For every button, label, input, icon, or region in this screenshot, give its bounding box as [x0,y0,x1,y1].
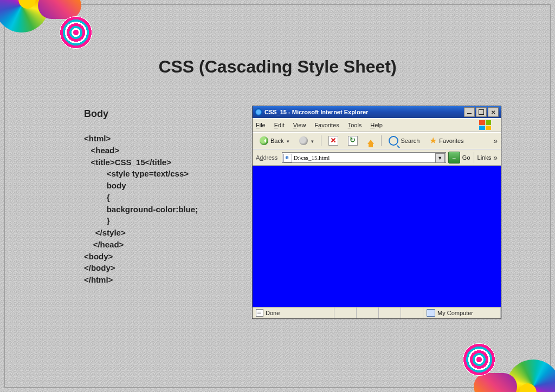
address-label: Address [256,154,278,161]
home-icon [367,136,374,144]
links-label[interactable]: Links [477,154,492,161]
address-dropdown-icon[interactable]: ▼ [435,153,445,163]
zone-text: My Computer [437,310,473,316]
chevron-down-icon [286,138,289,144]
menu-favorites[interactable]: Favorites [314,122,339,128]
decoration-top-left [0,0,98,43]
page-viewport [253,166,501,307]
close-button[interactable] [488,107,499,117]
menu-tools[interactable]: Tools [348,122,362,128]
back-arrow-icon [260,136,268,145]
back-label: Back [270,138,283,144]
status-done: Done [253,308,334,318]
browser-window: CSS_15 - Microsoft Internet Explorer Fil… [252,106,501,319]
window-title: CSS_15 - Microsoft Internet Explorer [264,109,368,115]
status-cell [401,308,423,318]
minimize-button[interactable] [464,107,475,117]
status-text: Done [266,310,280,316]
code-block: <html> <head> <title>CSS_15</title> <sty… [84,133,247,286]
menu-bar: File Edit View Favorites Tools Help [253,118,501,132]
go-button[interactable]: → [448,152,460,164]
ie-icon [255,108,262,116]
forward-button[interactable] [295,134,318,147]
refresh-button[interactable] [344,134,362,147]
page-icon [283,154,292,162]
section-heading: Body [84,108,108,120]
menu-view[interactable]: View [293,122,306,128]
menu-help[interactable]: Help [370,122,383,128]
stop-icon [328,136,338,146]
menu-edit[interactable]: Edit [274,122,285,128]
maximize-button[interactable] [476,107,487,117]
star-icon: ★ [429,136,437,145]
slide-title: CSS (Cascading Style Sheet) [158,57,396,77]
back-button[interactable]: Back [256,134,293,147]
status-cell [334,308,357,318]
links-chevron-icon[interactable]: » [493,153,498,162]
toolbar-overflow-chevron[interactable]: » [493,136,498,145]
address-bar: Address ▼ → Go Links » [253,149,501,166]
status-zone: My Computer [423,308,501,318]
home-button[interactable] [364,134,378,147]
status-bar: Done My Computer [253,307,501,318]
forward-arrow-icon [299,136,308,145]
windows-logo-icon [479,120,491,130]
titlebar[interactable]: CSS_15 - Microsoft Internet Explorer [253,106,501,118]
chevron-down-icon [310,138,314,144]
address-input[interactable] [282,152,446,163]
toolbar: Back Search ★ Favorites » [253,132,501,149]
search-button[interactable]: Search [385,134,423,147]
status-cell [357,308,379,318]
search-icon [389,136,398,146]
search-label: Search [401,138,420,144]
computer-icon [427,309,435,317]
status-cell [379,308,401,318]
go-label: Go [462,154,470,161]
refresh-icon [348,136,358,146]
decoration-bottom-right [457,349,555,392]
stop-button[interactable] [325,134,342,147]
menu-file[interactable]: File [256,122,266,128]
favorites-label: Favorites [439,138,463,144]
document-icon [256,309,263,317]
favorites-button[interactable]: ★ Favorites [425,134,467,147]
